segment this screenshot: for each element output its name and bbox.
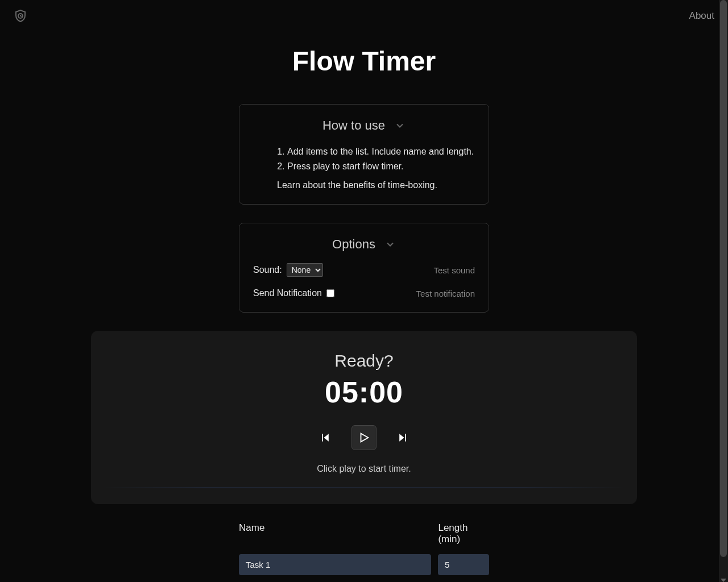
svg-marker-8 (721, 579, 726, 582)
task-name-input[interactable] (239, 554, 431, 575)
chevron-down-icon (384, 239, 396, 250)
skip-forward-button[interactable] (392, 427, 413, 448)
divider (102, 488, 626, 488)
task-list: Name Length (min) (239, 522, 489, 582)
scrollbar[interactable] (719, 0, 728, 582)
skip-back-icon (320, 432, 331, 443)
how-to-use-header[interactable]: How to use (253, 118, 475, 133)
chevron-down-icon (394, 120, 406, 131)
svg-marker-6 (399, 434, 404, 442)
svg-marker-5 (361, 434, 369, 442)
skip-forward-icon (397, 432, 408, 443)
sound-select[interactable]: None (287, 263, 323, 277)
options-title: Options (332, 237, 375, 252)
svg-rect-4 (322, 434, 323, 442)
about-link[interactable]: About (689, 10, 714, 22)
play-button[interactable] (351, 425, 377, 450)
scroll-thumb[interactable] (720, 0, 727, 557)
task-length-input[interactable] (438, 554, 489, 575)
svg-rect-7 (405, 434, 406, 442)
svg-marker-3 (324, 434, 329, 442)
notification-label: Send Notification (253, 288, 322, 298)
sound-label: Sound: (253, 265, 282, 275)
app-logo-icon (14, 9, 27, 23)
play-icon (358, 431, 370, 444)
options-card: Options Sound: None Test sound Send Noti… (239, 223, 489, 313)
options-header[interactable]: Options (253, 237, 475, 252)
task-row (239, 554, 489, 575)
how-to-step: Press play to start flow timer. (287, 159, 475, 174)
svg-line-2 (20, 16, 22, 16)
timer-display: 05:00 (91, 375, 637, 409)
how-to-step: Add items to the list. Include name and … (287, 144, 475, 159)
timer-status: Ready? (91, 351, 637, 371)
how-to-use-card: How to use Add items to the list. Includ… (239, 104, 489, 205)
learn-more-link[interactable]: Learn about the benefits of time-boxing. (253, 180, 475, 190)
app-title: Flow Timer (0, 45, 728, 77)
skip-back-button[interactable] (315, 427, 336, 448)
how-to-use-title: How to use (322, 118, 385, 133)
name-column-header: Name (239, 522, 431, 545)
timer-panel: Ready? 05:00 (91, 331, 637, 504)
notification-checkbox[interactable] (326, 289, 334, 297)
timer-hint: Click play to start timer. (91, 464, 637, 474)
test-sound-link[interactable]: Test sound (433, 265, 475, 275)
test-notification-link[interactable]: Test notification (416, 289, 475, 298)
scroll-down-icon (721, 575, 726, 581)
length-column-header: Length (min) (438, 522, 489, 545)
